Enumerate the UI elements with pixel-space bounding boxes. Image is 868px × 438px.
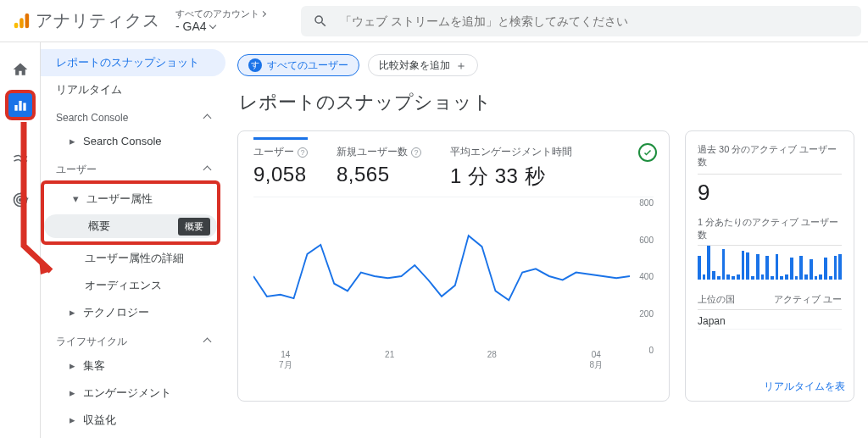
sidebar-item-technology[interactable]: ▸テクノロジー (41, 299, 225, 326)
sidebar-item-label: オーディエンス (85, 278, 162, 293)
svg-rect-6 (14, 105, 17, 111)
svg-rect-2 (25, 13, 30, 27)
rail-home-button[interactable] (7, 56, 34, 83)
svg-point-5 (19, 199, 21, 202)
users-line-chart: 0200400600800 147月2128048月 (253, 202, 654, 372)
chevron-up-icon (203, 114, 212, 122)
sidebar-item-label: 集客 (83, 359, 105, 372)
svg-rect-1 (19, 18, 24, 28)
sidebar-item-label: ユーザー属性の詳細 (85, 251, 184, 266)
page-title: レポートのスナップショット (239, 90, 868, 115)
metric-tab-users[interactable]: ユーザー? 9,058 (253, 137, 308, 195)
target-icon (12, 191, 29, 208)
help-icon[interactable]: ? (411, 147, 421, 158)
caret-down-icon (209, 22, 215, 29)
metric-tabs: ユーザー? 9,058 新規ユーザー数? 8,565 平均エンゲージメント時間 … (253, 145, 654, 197)
metric-tab-new-users[interactable]: 新規ユーザー数? 8,565 (337, 145, 421, 195)
realtime-country-row: Japan (698, 310, 842, 330)
svg-rect-7 (19, 101, 21, 111)
realtime-value: 9 (698, 175, 842, 216)
comparison-chips: す すべてのユーザー 比較対象を追加 ＋ (237, 54, 868, 76)
app-header: アナリティクス すべてのアカウント - GA4 (0, 0, 868, 42)
search-bar[interactable] (301, 6, 861, 36)
sidebar-item-user-attributes[interactable]: ▾ユーザー属性 (44, 186, 217, 213)
property-suffix: - GA4 (175, 19, 207, 34)
chip-add-comparison[interactable]: 比較対象を追加 ＋ (368, 54, 478, 76)
insights-check-icon[interactable] (638, 143, 657, 162)
metric-label: 新規ユーザー数 (337, 145, 408, 159)
sidebar-item-label: ユーザー属性 (86, 192, 153, 205)
home-icon (12, 61, 29, 78)
realtime-subheading: 1 分あたりのアクティブ ユーザー数 (698, 216, 842, 246)
sidebar-highlight-box: ▾ユーザー属性 概要 概要 (41, 180, 220, 245)
sidebar-section-search-console[interactable]: Search Console (41, 103, 225, 127)
bar-chart-icon (12, 97, 29, 114)
explore-icon (12, 149, 29, 166)
col-active-users: アクティブ ユー (774, 293, 842, 306)
account-line1: すべてのアカウント (175, 8, 259, 19)
sidebar-item-engagement[interactable]: ▸エンゲージメント (41, 380, 225, 407)
product-name: アナリティクス (36, 9, 160, 32)
rail-explore-button[interactable] (7, 144, 34, 171)
rail-advertising-button[interactable] (7, 186, 34, 213)
metric-value: 8,565 (337, 163, 421, 186)
chip-badge: す (248, 58, 262, 72)
realtime-view-link[interactable]: リアルタイムを表 (764, 380, 845, 394)
sidebar-item-label: リアルタイム (56, 82, 122, 97)
sidebar-item-user-attr-detail[interactable]: ユーザー属性の詳細 (41, 245, 225, 272)
main-content: す すべてのユーザー 比較対象を追加 ＋ レポートのスナップショット ユーザー?… (225, 42, 868, 438)
sidebar-item-monetization[interactable]: ▸収益化 (41, 407, 225, 434)
sidebar-item-snapshot[interactable]: レポートのスナップショット (41, 49, 225, 76)
sidebar-item-overview[interactable]: 概要 概要 (44, 214, 217, 238)
metric-tab-avg-engagement[interactable]: 平均エンゲージメント時間 1 分 33 秒 (450, 145, 572, 195)
analytics-logo-icon (12, 12, 31, 30)
sidebar-section-label: Search Console (56, 112, 128, 124)
realtime-heading: 過去 30 分のアクティブ ユーザー数 (698, 143, 842, 175)
overview-card: ユーザー? 9,058 新規ユーザー数? 8,565 平均エンゲージメント時間 … (237, 130, 670, 402)
search-input[interactable] (338, 14, 849, 29)
search-icon (313, 14, 328, 29)
sidebar-item-audience[interactable]: オーディエンス (41, 272, 225, 299)
rail-reports-button-highlight[interactable] (5, 90, 36, 120)
x-axis: 147月2128048月 (253, 350, 628, 372)
realtime-mini-chart (698, 246, 842, 286)
svg-rect-8 (23, 103, 25, 111)
chip-label: すべてのユーザー (267, 58, 348, 73)
chevron-up-icon (203, 166, 212, 175)
sidebar-item-retention[interactable]: 維持率 (41, 434, 225, 438)
help-icon[interactable]: ? (298, 147, 308, 158)
reports-sidebar: レポートのスナップショット リアルタイム Search Console ▸Sea… (41, 42, 225, 438)
chip-label: 比較対象を追加 (379, 58, 450, 73)
sidebar-item-search-console[interactable]: ▸Search Console (41, 127, 225, 154)
svg-rect-0 (14, 22, 19, 27)
col-country: 上位の国 (698, 293, 735, 306)
sidebar-item-acquisition[interactable]: ▸集客 (41, 352, 225, 380)
sidebar-section-lifecycle[interactable]: ライフサイクル (41, 326, 225, 352)
sidebar-section-user[interactable]: ユーザー (41, 154, 225, 180)
overview-tooltip-tag: 概要 (178, 218, 210, 236)
sidebar-item-label: エンゲージメント (83, 386, 171, 399)
chip-all-users[interactable]: す すべてのユーザー (237, 54, 359, 76)
line-chart-svg (253, 202, 630, 350)
nav-rail (0, 42, 41, 438)
sidebar-item-label: 収益化 (83, 413, 116, 426)
sidebar-item-realtime[interactable]: リアルタイム (41, 76, 225, 103)
sidebar-item-label: テクノロジー (83, 306, 149, 319)
sidebar-item-label: Search Console (83, 135, 162, 147)
sidebar-item-label: 概要 (88, 219, 110, 234)
logo-area: アナリティクス (7, 9, 160, 32)
chevron-right-icon (260, 11, 266, 17)
account-picker[interactable]: すべてのアカウント - GA4 (167, 8, 294, 34)
metric-value: 1 分 33 秒 (450, 163, 572, 190)
sidebar-item-label: レポートのスナップショット (56, 55, 199, 70)
realtime-table-header: 上位の国 アクティブ ユー (698, 286, 842, 310)
sidebar-section-label: ユーザー (56, 163, 97, 177)
chevron-up-icon (203, 338, 212, 347)
metric-value: 9,058 (253, 163, 308, 186)
plus-icon: ＋ (455, 59, 467, 71)
metric-label: ユーザー (253, 145, 294, 159)
realtime-card: 過去 30 分のアクティブ ユーザー数 9 1 分あたりのアクティブ ユーザー数… (685, 130, 854, 402)
metric-label: 平均エンゲージメント時間 (450, 145, 572, 159)
sidebar-section-label: ライフサイクル (56, 335, 127, 349)
